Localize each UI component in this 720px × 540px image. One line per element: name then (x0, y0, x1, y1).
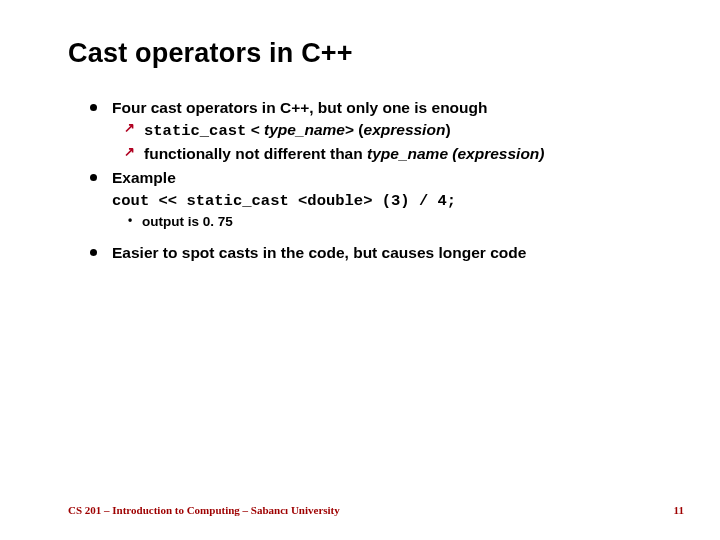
text: functionally not different than (144, 145, 367, 162)
text: ) (445, 121, 450, 138)
list-item: functionally not different than type_nam… (122, 143, 664, 165)
slide-title: Cast operators in C++ (68, 38, 664, 69)
code-text: static_cast (144, 122, 246, 140)
sub-list: static_cast < type_name> (expression) fu… (122, 119, 664, 165)
bullet-text: Example (112, 169, 176, 186)
bullet-list: Four cast operators in C++, but only one… (90, 97, 664, 264)
page-number: 11 (674, 504, 684, 516)
text: < (246, 121, 264, 138)
bullet-text: Easier to spot casts in the code, but ca… (112, 244, 526, 261)
italic-text: expression (364, 121, 446, 138)
list-item: Easier to spot casts in the code, but ca… (90, 242, 664, 264)
list-item: output is 0. 75 (126, 212, 664, 232)
bullet-text: Four cast operators in C++, but only one… (112, 99, 488, 116)
italic-text: type_name (264, 121, 345, 138)
footer-text: CS 201 – Introduction to Computing – Sab… (68, 504, 340, 516)
list-item: Four cast operators in C++, but only one… (90, 97, 664, 165)
list-item: Example cout << static_cast <double> (3)… (90, 167, 664, 232)
sub-sub-list: output is 0. 75 (126, 212, 664, 232)
list-item: static_cast < type_name> (expression) (122, 119, 664, 142)
text: output is 0. 75 (142, 214, 233, 229)
code-line: cout << static_cast <double> (3) / 4; (112, 190, 664, 212)
italic-text: type_name (expression) (367, 145, 544, 162)
text: > ( (345, 121, 364, 138)
